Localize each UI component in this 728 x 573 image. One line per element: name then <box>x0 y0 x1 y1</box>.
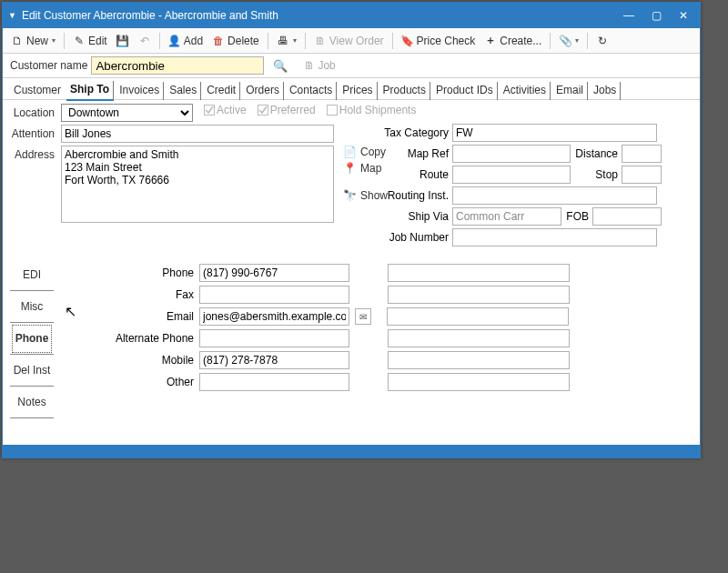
add-button[interactable]: 👤 Add <box>166 33 206 49</box>
location-select[interactable]: Downtown <box>61 104 193 122</box>
tab-product-ids[interactable]: Product IDs <box>432 82 498 100</box>
email-input-2[interactable] <box>387 307 569 326</box>
phone-input-1[interactable] <box>199 264 349 282</box>
hold-shipments-checkbox[interactable]: Hold Shipments <box>327 104 417 116</box>
map-ref-input[interactable] <box>452 145 571 163</box>
tab-customer[interactable]: Customer <box>10 82 65 100</box>
ship-to-panel: Location Downtown Active Preferred Hold … <box>3 100 700 229</box>
job-number-input[interactable] <box>452 228 657 246</box>
alt-phone-label: Alternate Phone <box>66 332 194 345</box>
shipping-details: Tax Category Map Ref Distance Route Stop… <box>383 124 662 249</box>
mail-icon: ✉ <box>359 312 367 322</box>
print-button[interactable]: 🖶 ▾ <box>274 33 299 49</box>
chevron-down-icon[interactable]: ▾ <box>52 36 56 45</box>
new-button[interactable]: 🗋 New ▾ <box>8 33 58 49</box>
pin-icon: 📍 <box>343 162 357 175</box>
side-tab-edi[interactable]: EDI <box>10 259 54 291</box>
chevron-down-icon[interactable]: ▾ <box>293 36 297 45</box>
side-tab-del-inst[interactable]: Del Inst <box>10 355 54 387</box>
price-check-button[interactable]: 🔖 Price Check <box>399 33 479 49</box>
tax-category-input[interactable] <box>452 124 657 142</box>
close-button[interactable]: ✕ <box>671 5 696 25</box>
search-icon[interactable]: 🔍 <box>268 59 293 73</box>
preferred-checkbox[interactable]: Preferred <box>258 104 316 116</box>
phone-label: Phone <box>66 266 194 279</box>
save-button: 💾 <box>114 33 132 49</box>
map-ref-label: Map Ref <box>383 147 449 160</box>
distance-input[interactable] <box>622 145 662 163</box>
phone-input-2[interactable] <box>388 264 570 282</box>
routing-inst-input[interactable] <box>452 186 657 205</box>
new-file-icon: 🗋 <box>11 35 24 47</box>
title-bar[interactable]: ▼ Edit Customer Abercrombie - Abercrombi… <box>3 3 700 28</box>
add-person-icon: 👤 <box>168 35 181 47</box>
attach-button[interactable]: 📎 ▾ <box>556 33 581 49</box>
document-icon: 🗎 <box>314 35 327 47</box>
fax-input-1[interactable] <box>199 286 349 304</box>
window-bottom-border <box>3 445 700 457</box>
other-input-2[interactable] <box>388 373 570 391</box>
side-tabs: EDI Misc Phone Del Inst Notes <box>10 259 54 418</box>
ship-via-input[interactable] <box>452 207 561 226</box>
mobile-input-2[interactable] <box>388 351 570 369</box>
route-input[interactable] <box>452 166 571 184</box>
tab-credit[interactable]: Credit <box>203 82 240 100</box>
tab-contacts[interactable]: Contacts <box>286 82 337 100</box>
side-tab-notes[interactable]: Notes <box>10 387 54 418</box>
minimize-button[interactable]: — <box>616 5 642 25</box>
title-menu-caret[interactable]: ▼ <box>8 11 16 20</box>
email-action-button[interactable]: ✉ <box>355 308 371 325</box>
address-label: Address <box>10 146 57 161</box>
email-label: Email <box>66 310 194 323</box>
fax-input-2[interactable] <box>388 286 570 304</box>
paperclip-icon: 📎 <box>559 35 571 47</box>
refresh-icon: ↻ <box>596 35 609 47</box>
routing-inst-label: Routing Inst. <box>383 189 449 202</box>
tab-orders[interactable]: Orders <box>242 82 284 100</box>
map-button[interactable]: 📍Map <box>343 162 388 175</box>
email-input-1[interactable] <box>199 307 349 326</box>
save-icon: 💾 <box>116 35 129 47</box>
route-label: Route <box>383 168 449 181</box>
job-checkbox: 🗎 Job <box>304 59 335 72</box>
alt-phone-input-1[interactable] <box>199 329 349 347</box>
side-tab-misc[interactable]: Misc <box>10 291 54 323</box>
delete-button[interactable]: 🗑 Delete <box>209 33 262 49</box>
active-checkbox[interactable]: Active <box>204 104 247 116</box>
side-tab-phone[interactable]: Phone <box>10 323 54 355</box>
tab-products[interactable]: Products <box>379 82 430 100</box>
tag-icon: 🔖 <box>401 35 414 47</box>
refresh-button[interactable]: ↻ <box>593 33 612 49</box>
tab-sales[interactable]: Sales <box>166 82 201 100</box>
tab-ship-to[interactable]: Ship To <box>66 81 114 101</box>
chevron-down-icon[interactable]: ▾ <box>575 36 579 45</box>
stop-input[interactable] <box>622 166 662 184</box>
address-textarea[interactable]: Abercrombie and Smith 123 Main Street Fo… <box>61 146 334 223</box>
alt-phone-input-2[interactable] <box>388 329 570 347</box>
tax-category-label: Tax Category <box>383 126 449 139</box>
tab-jobs[interactable]: Jobs <box>590 82 621 100</box>
attention-label: Attention <box>10 125 57 140</box>
attention-input[interactable] <box>61 125 334 143</box>
mobile-input-1[interactable] <box>199 351 349 369</box>
customer-name-input[interactable] <box>91 56 264 75</box>
tab-email[interactable]: Email <box>552 82 588 100</box>
create-button[interactable]: ＋ Create... <box>481 31 544 50</box>
tab-invoices[interactable]: Invoices <box>116 82 164 100</box>
maximize-button[interactable]: ▢ <box>643 5 669 25</box>
tab-prices[interactable]: Prices <box>339 82 377 100</box>
other-input-1[interactable] <box>199 373 349 391</box>
show-button[interactable]: 🔭Show <box>343 189 388 202</box>
fob-input[interactable] <box>592 207 662 226</box>
delete-icon: 🗑 <box>212 35 225 47</box>
plus-icon: ＋ <box>484 33 497 48</box>
edit-button[interactable]: ✎ Edit <box>70 33 110 49</box>
svg-rect-2 <box>327 106 337 116</box>
tab-activities[interactable]: Activities <box>500 82 551 100</box>
binoculars-icon: 🔭 <box>343 189 357 202</box>
copy-button[interactable]: 📄Copy <box>343 146 388 158</box>
ship-via-label: Ship Via <box>383 210 449 223</box>
fax-label: Fax <box>66 288 194 301</box>
undo-icon: ↶ <box>138 35 151 47</box>
stop-label: Stop <box>574 168 618 181</box>
